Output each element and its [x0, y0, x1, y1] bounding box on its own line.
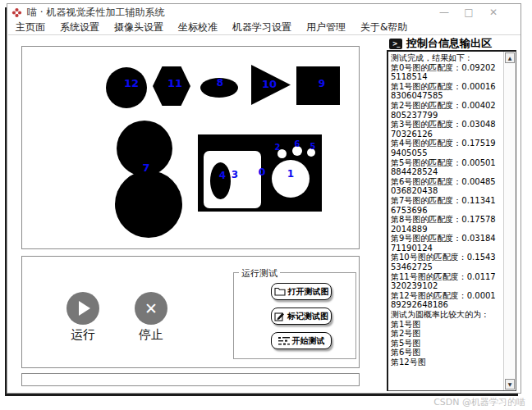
stop-x-icon: ✕ — [135, 292, 167, 325]
open-test-image-label: 打开测试图 — [288, 286, 329, 298]
scroll-up-button[interactable]: ▲ — [505, 52, 515, 63]
menu-item-user-management[interactable]: 用户管理 — [299, 20, 353, 34]
menu-item-system-settings[interactable]: 系统设置 — [53, 20, 107, 34]
maximize-button[interactable]: □ — [456, 5, 481, 20]
csdn-watermark: CSDN @机器学习的喵 — [410, 396, 525, 408]
shape-label: 5 — [310, 143, 316, 151]
minimize-button[interactable]: — — [432, 5, 456, 20]
shape-label: 10 — [262, 79, 277, 89]
mark-test-image-label: 标记测试图 — [287, 311, 328, 322]
console-scrollbar[interactable]: ▲ ▼ — [503, 52, 516, 390]
stop-button-label: 停止 — [122, 327, 180, 343]
menu-item-machine-learning-settings[interactable]: 机器学习设置 — [225, 20, 299, 34]
stop-button[interactable]: ✕ — [135, 292, 167, 325]
console-output-text: 测试完成，结果如下： 第0号图的匹配度：0.092025118514 第1号图的… — [391, 53, 501, 389]
console-panel-title: 控制台信息输出区 — [406, 36, 492, 51]
shape-label: 1 — [287, 169, 294, 179]
shape-label: 4 — [219, 171, 226, 180]
start-test-button[interactable]: 开始测试 — [271, 332, 332, 349]
menu-item-coordinate-calibration[interactable]: 坐标校准 — [171, 20, 225, 34]
shape-label: 12 — [124, 78, 139, 89]
edit-icon — [274, 312, 285, 321]
run-button-label: 运行 — [54, 327, 112, 343]
menu-item-camera-settings[interactable]: 摄像头设置 — [107, 20, 171, 34]
menu-bar: 主页面 系统设置 摄像头设置 坐标校准 机器学习设置 用户管理 关于&帮助 — [8, 20, 521, 35]
window-title: 喵 · 机器视觉柔性加工辅助系统 — [27, 6, 164, 20]
shape-label: 7 — [142, 162, 149, 173]
shape-label: 11 — [167, 78, 182, 89]
shape-label: 9 — [319, 79, 325, 89]
shape-label: 6 — [295, 140, 300, 148]
checklist-icon — [278, 336, 290, 346]
menu-item-home[interactable]: 主页面 — [8, 20, 53, 34]
console-output-box[interactable]: 测试完成，结果如下： 第0号图的匹配度：0.092025118514 第1号图的… — [387, 50, 516, 391]
scroll-down-button[interactable]: ▼ — [505, 379, 515, 390]
shape-label: 0 — [258, 166, 265, 177]
shape-label: 3 — [232, 170, 238, 180]
control-panel: 运行 ✕ 停止 运行测试 打开测试图 标记测试图 开始测试 — [21, 256, 360, 368]
shape-label: 8 — [217, 78, 223, 88]
shape-double-circle-bottom — [115, 171, 182, 238]
run-test-groupbox: 运行测试 打开测试图 标记测试图 开始测试 — [233, 272, 356, 359]
menu-item-about-help[interactable]: 关于&帮助 — [353, 20, 415, 34]
status-strip — [21, 373, 360, 386]
folder-icon — [274, 287, 286, 296]
shape-label: 2 — [275, 144, 281, 152]
close-button[interactable]: ✕ — [481, 5, 506, 20]
console-icon: >_ — [389, 39, 402, 49]
console-header: >_ 控制台信息输出区 — [389, 36, 492, 51]
window-controls: — □ ✕ — [432, 5, 506, 20]
shape-tray-0: 4 3 0 1 2 6 5 — [198, 134, 322, 212]
start-test-label: 开始测试 — [292, 335, 325, 347]
app-icon — [11, 7, 22, 18]
mark-test-image-button[interactable]: 标记测试图 — [271, 308, 332, 325]
open-test-image-button[interactable]: 打开测试图 — [271, 283, 332, 300]
run-button[interactable] — [66, 292, 99, 325]
image-canvas: 12 11 8 10 9 7 4 3 0 1 2 6 5 — [21, 46, 360, 249]
play-icon — [79, 301, 90, 316]
title-bar: 喵 · 机器视觉柔性加工辅助系统 — □ ✕ — [8, 5, 517, 20]
run-test-group-title: 运行测试 — [239, 267, 280, 280]
